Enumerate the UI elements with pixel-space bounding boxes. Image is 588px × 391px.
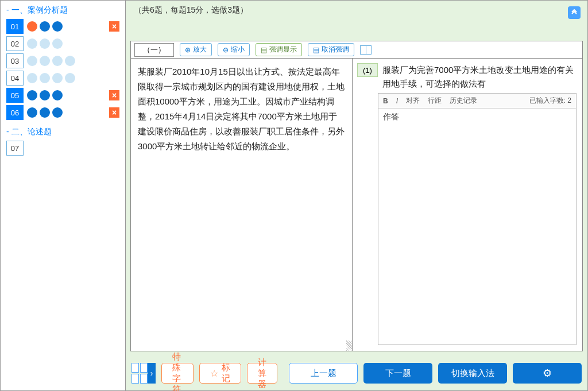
editor-wrap: B I 对齐 行距 历史记录 已输入字数: 2 作答 (378, 93, 577, 345)
settings-button[interactable]: ⚙ (513, 363, 582, 384)
grid-nav-button[interactable]: › (131, 363, 156, 384)
answer-pane: (1) 服装厂为完善7000平方米土地改变土地用途的有关用地手续，可选择的做法有… (353, 59, 582, 351)
question-list-2: 07 (6, 141, 119, 156)
subquestion-text: 服装厂为完善7000平方米土地改变土地用途的有关用地手续，可选择的做法有 (382, 63, 577, 91)
bottom-bar: › 特殊字符 ☆标记 计算器 上一题 下一题 切换输入法 ⚙ (126, 356, 587, 390)
dot-filled[interactable] (52, 21, 63, 32)
ime-button[interactable]: 切换输入法 (438, 363, 507, 384)
dot-empty[interactable] (40, 73, 50, 83)
gear-icon: ⚙ (543, 367, 552, 380)
remove-button[interactable]: × (109, 90, 119, 100)
chevron-up-icon (571, 9, 578, 16)
minus-icon: ⊖ (223, 46, 229, 54)
plus-icon: ⊕ (185, 46, 191, 54)
remove-button[interactable]: × (109, 21, 119, 32)
remove-button[interactable]: × (109, 107, 119, 118)
highlight-icon: ▤ (261, 46, 267, 54)
bold-button[interactable]: B (383, 97, 388, 105)
layout-toggle[interactable] (360, 45, 372, 55)
highlight-button[interactable]: ▤强调显示 (256, 43, 302, 56)
dot-filled[interactable] (52, 90, 63, 100)
char-count: 已输入字数: 2 (529, 96, 571, 106)
collapse-button[interactable] (568, 6, 581, 19)
dot-filled[interactable] (40, 107, 50, 118)
next-button[interactable]: 下一题 (363, 363, 432, 384)
answer-editor[interactable]: 作答 (378, 109, 576, 344)
subquestion-dots (27, 73, 75, 83)
subquestion-dots (27, 56, 75, 66)
section-title-1: 一、案例分析题 (6, 5, 119, 16)
question-sidebar: 一、案例分析题 01×02030405×06× 二、论述题 07 (1, 1, 126, 390)
subquestion-number: (1) (357, 63, 378, 77)
split-panes: 某服装厂2010年10月15日以出让方式、按法定最高年限取得一宗城市规划区内的国… (131, 59, 582, 351)
linespacing-button[interactable]: 行距 (428, 96, 442, 106)
dot-red[interactable] (27, 21, 37, 32)
italic-button[interactable]: I (396, 97, 398, 105)
dot-empty[interactable] (27, 38, 37, 49)
passage-text: 某服装厂2010年10月15日以出让方式、按法定最高年限取得一宗城市规划区内的国… (138, 67, 345, 151)
star-icon: ☆ (210, 368, 218, 379)
subquestion-dots (27, 107, 63, 118)
prev-button[interactable]: 上一题 (289, 363, 358, 384)
dot-empty[interactable] (52, 73, 63, 83)
dot-empty[interactable] (40, 38, 50, 49)
section-title-2: 二、论述题 (6, 127, 119, 137)
unhighlight-button[interactable]: ▤取消强调 (308, 43, 354, 56)
content-toolbar: （一） ⊕放大 ⊖缩小 ▤强调显示 ▤取消强调 (131, 41, 582, 59)
subquestion-row: (1) 服装厂为完善7000平方米土地改变土地用途的有关用地手续，可选择的做法有 (353, 59, 582, 93)
question-row[interactable]: 06× (6, 105, 119, 120)
main-area: （共6题，每题15分，选做3题） （一） ⊕放大 ⊖缩小 ▤强调显示 ▤取消强调… (126, 1, 587, 390)
dot-empty[interactable] (27, 56, 37, 66)
dot-filled[interactable] (40, 90, 50, 100)
dot-filled[interactable] (52, 107, 63, 118)
question-row[interactable]: 07 (6, 141, 119, 156)
passage-tab[interactable]: （一） (134, 43, 174, 57)
content-panel: （一） ⊕放大 ⊖缩小 ▤强调显示 ▤取消强调 某服装厂2010年10月15日以… (130, 41, 583, 351)
question-number[interactable]: 01 (6, 19, 24, 34)
topbar: （共6题，每题15分，选做3题） (126, 1, 587, 41)
unhighlight-icon: ▤ (313, 46, 319, 54)
chevron-right-icon: › (148, 363, 156, 384)
resize-handle[interactable] (346, 340, 352, 351)
question-row[interactable]: 05× (6, 88, 119, 103)
mark-button[interactable]: ☆标记 (199, 363, 241, 384)
question-number[interactable]: 06 (6, 105, 24, 120)
question-number[interactable]: 07 (6, 141, 24, 156)
dot-empty[interactable] (27, 73, 37, 83)
dot-empty[interactable] (65, 56, 75, 66)
question-number[interactable]: 02 (6, 36, 24, 51)
align-button[interactable]: 对齐 (406, 96, 420, 106)
history-button[interactable]: 历史记录 (450, 96, 477, 106)
question-number[interactable]: 03 (6, 53, 24, 68)
dot-filled[interactable] (27, 107, 37, 118)
passage-pane: 某服装厂2010年10月15日以出让方式、按法定最高年限取得一宗城市规划区内的国… (131, 59, 353, 351)
editor-toolbar: B I 对齐 行距 历史记录 已输入字数: 2 (378, 94, 576, 109)
question-row[interactable]: 01× (6, 19, 119, 34)
question-number[interactable]: 05 (6, 88, 24, 103)
question-list-1: 01×02030405×06× (6, 19, 119, 120)
instructions-text: （共6题，每题15分，选做3题） (134, 5, 248, 14)
dot-empty[interactable] (40, 56, 50, 66)
subquestion-dots (27, 90, 63, 100)
special-chars-button[interactable]: 特殊字符 (161, 363, 194, 384)
dot-filled[interactable] (27, 90, 37, 100)
question-row[interactable]: 03 (6, 53, 119, 68)
zoom-out-button[interactable]: ⊖缩小 (218, 43, 250, 56)
question-row[interactable]: 04 (6, 71, 119, 86)
dot-empty[interactable] (52, 38, 63, 49)
subquestion-dots (27, 21, 63, 32)
calculator-button[interactable]: 计算器 (247, 363, 277, 384)
question-number[interactable]: 04 (6, 71, 24, 86)
subquestion-dots (27, 38, 63, 49)
question-row[interactable]: 02 (6, 36, 119, 51)
dot-filled[interactable] (40, 21, 50, 32)
zoom-in-button[interactable]: ⊕放大 (180, 43, 212, 56)
dot-empty[interactable] (52, 56, 63, 66)
dot-empty[interactable] (65, 73, 75, 83)
